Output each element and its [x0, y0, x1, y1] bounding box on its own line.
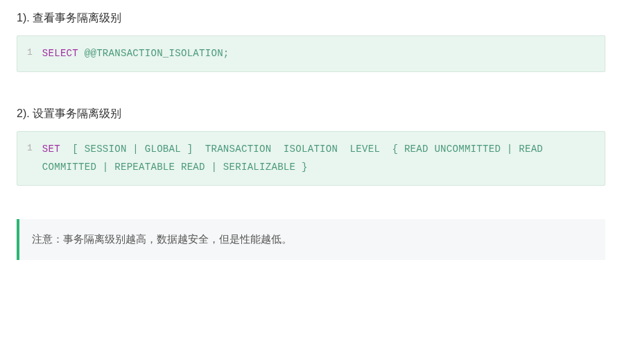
code-2-line-number: 1: [17, 140, 42, 177]
code-1-keyword: SELECT: [42, 48, 78, 59]
code-2-keyword: SET: [42, 144, 60, 155]
code-2-content: SET [ SESSION | GLOBAL ] TRANSACTION ISO…: [42, 140, 605, 177]
code-1-rest: @@TRANSACTION_ISOLATION;: [78, 48, 230, 59]
section-2: 2). 设置事务隔离级别 1 SET [ SESSION | GLOBAL ] …: [17, 107, 605, 186]
section-2-heading: 2). 设置事务隔离级别: [17, 107, 605, 121]
section-1-heading: 1). 查看事务隔离级别: [17, 11, 605, 26]
code-block-2: 1 SET [ SESSION | GLOBAL ] TRANSACTION I…: [17, 131, 605, 186]
code-2-rest: [ SESSION | GLOBAL ] TRANSACTION ISOLATI…: [42, 144, 549, 173]
note-text: 注意：事务隔离级别越高，数据越安全，但是性能越低。: [32, 234, 292, 245]
note-block: 注意：事务隔离级别越高，数据越安全，但是性能越低。: [17, 219, 605, 260]
code-block-1: 1 SELECT @@TRANSACTION_ISOLATION;: [17, 35, 605, 72]
code-1-content: SELECT @@TRANSACTION_ISOLATION;: [42, 44, 605, 63]
code-1-line-number: 1: [17, 44, 42, 63]
section-1: 1). 查看事务隔离级别 1 SELECT @@TRANSACTION_ISOL…: [17, 11, 605, 72]
